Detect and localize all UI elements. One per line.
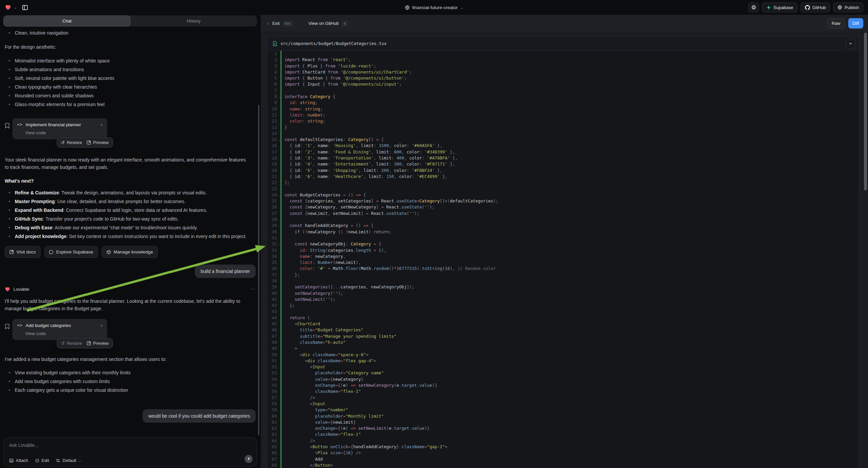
fold-chevron-icon[interactable]: ⌄ bbox=[279, 94, 280, 100]
diff-button[interactable]: Diff bbox=[848, 18, 863, 29]
docs-actions-row: Visit docs Explore Supabase Manage knowl… bbox=[5, 246, 256, 258]
project-switcher[interactable]: financial-future-creator ⌄ bbox=[405, 0, 463, 15]
whats-next-item: Debug with Ease: Activate our experiment… bbox=[5, 223, 254, 232]
sidebar-toggle-icon[interactable] bbox=[22, 4, 28, 11]
code-line: 67 Add bbox=[267, 456, 859, 462]
code-line: 22]; bbox=[267, 180, 859, 186]
preview-button[interactable]: Preview bbox=[87, 341, 108, 346]
code-icon: <> bbox=[17, 122, 23, 127]
code-line: 55 onChange={(e) => setNewCategory(e.tar… bbox=[267, 382, 859, 388]
code-scrollbar[interactable] bbox=[864, 33, 867, 191]
code-line: 51 <div className="flex gap-4"> bbox=[267, 358, 859, 364]
code-line: 12 color: string; bbox=[267, 118, 859, 124]
code-header: ‹ Exit ESC View on GitHub G Raw Diff bbox=[261, 15, 868, 32]
restore-icon: ↺ bbox=[61, 140, 65, 145]
version-card[interactable]: <> Add budget categories › View code ↺Re… bbox=[12, 319, 107, 340]
bullet-list: Clean, intuitive navigation bbox=[5, 29, 256, 37]
settings-button[interactable]: ⚙ bbox=[748, 2, 759, 12]
user-message: would be cool if you could add budget ca… bbox=[143, 409, 256, 423]
file-header[interactable]: src/components/budget/BudgetCategories.t… bbox=[267, 37, 859, 51]
github-label: GitHub bbox=[812, 5, 826, 10]
code-line: 27 const [newLimit, setNewLimit] = React… bbox=[267, 210, 859, 216]
fold-chevron-icon[interactable]: ⌄ bbox=[279, 137, 280, 143]
visit-docs-button[interactable]: Visit docs bbox=[5, 246, 40, 258]
view-on-github-link[interactable]: View on GitHub bbox=[308, 21, 339, 26]
gear-icon: ⚙ bbox=[751, 5, 756, 10]
whats-next-item: Expand with Backend: Connect Supabase to… bbox=[5, 206, 254, 214]
github-button[interactable]: GitHub bbox=[801, 2, 830, 12]
bullet-list: View existing budget categories with the… bbox=[5, 368, 256, 394]
code-line: 33 id: String(categories.length + 1), bbox=[267, 247, 859, 254]
code-line: 13} bbox=[267, 124, 859, 130]
whats-next-title: What's next? bbox=[5, 178, 256, 184]
chevron-up-icon bbox=[848, 41, 852, 46]
view-code-link[interactable]: View code bbox=[25, 130, 102, 135]
version-card[interactable]: <> Implement financial planner › View co… bbox=[12, 118, 107, 139]
code-line: 37 }; bbox=[267, 272, 859, 278]
publish-label: Publish bbox=[844, 5, 859, 10]
chat-composer[interactable]: Ask Lovable... Attach Edit Default ⌄ bbox=[3, 437, 257, 467]
bullet-item: Minimalist interface with plenty of whit… bbox=[5, 56, 256, 65]
version-title: Add budget categories bbox=[26, 323, 98, 328]
more-options-icon[interactable]: ⋯ bbox=[250, 286, 256, 292]
bookmark-icon[interactable] bbox=[5, 123, 10, 128]
code-line: 34 name: newCategory, bbox=[267, 254, 859, 260]
restore-button[interactable]: ↺Restore bbox=[61, 140, 82, 145]
code-line: 23 bbox=[267, 186, 859, 192]
top-bar: ⌄ financial-future-creator ⌄ ⚙ Supabase … bbox=[0, 0, 868, 15]
chat-scrollbar[interactable] bbox=[258, 105, 259, 435]
edit-button[interactable]: Edit bbox=[35, 458, 49, 463]
globe-icon bbox=[405, 5, 410, 10]
code-line: 45 <ChartCard bbox=[267, 321, 859, 327]
collapse-button[interactable] bbox=[845, 39, 856, 49]
publish-button[interactable]: Publish bbox=[833, 2, 863, 12]
code-body: src/components/budget/BudgetCategories.t… bbox=[261, 32, 868, 468]
exit-button[interactable]: Exit bbox=[273, 21, 280, 26]
version-actions: ↺Restore Preview bbox=[57, 338, 113, 349]
preview-button[interactable]: Preview bbox=[87, 140, 108, 145]
view-code-link[interactable]: View code bbox=[25, 331, 102, 336]
chevron-down-icon[interactable]: ⌄ bbox=[14, 6, 17, 9]
code-line: 66 <Plus size={16} /> bbox=[267, 450, 859, 456]
fold-chevron-icon[interactable]: ⌄ bbox=[279, 193, 280, 198]
raw-button[interactable]: Raw bbox=[827, 18, 845, 29]
code-line: 40 setNewCategory(''); bbox=[267, 290, 859, 296]
supabase-button[interactable]: Supabase bbox=[762, 2, 798, 12]
code-line: 11 limit: number; bbox=[267, 112, 859, 118]
composer-input[interactable]: Ask Lovable... bbox=[9, 442, 251, 448]
file-card: src/components/budget/BudgetCategories.t… bbox=[267, 36, 859, 468]
code-line: 65 <Button onClick={handleAddCategory} c… bbox=[267, 444, 859, 450]
code-line: 44 return ( bbox=[267, 315, 859, 321]
version-card-block: <> Add budget categories › View code ↺Re… bbox=[5, 319, 256, 348]
code-line: 41 setNewLimit(''); bbox=[267, 296, 859, 302]
code-icon: <> bbox=[17, 323, 23, 328]
tab-chat[interactable]: Chat bbox=[3, 16, 130, 27]
attach-button[interactable]: Attach bbox=[9, 458, 28, 463]
version-title: Implement financial planner bbox=[26, 122, 98, 127]
send-button[interactable] bbox=[245, 455, 253, 463]
explore-supabase-button[interactable]: Explore Supabase bbox=[44, 246, 98, 258]
lovable-logo-icon[interactable] bbox=[5, 4, 11, 11]
chevron-right-icon: › bbox=[101, 323, 102, 328]
fold-chevron-icon[interactable]: ⌄ bbox=[279, 223, 280, 229]
supabase-label: Supabase bbox=[773, 5, 793, 10]
lovable-heart-icon bbox=[5, 286, 10, 292]
bullet-item: Clean, intuitive navigation bbox=[5, 29, 256, 37]
code-editor[interactable]: 12import React from 'react';3import { Pl… bbox=[267, 51, 859, 468]
mode-selector[interactable]: Default ⌄ bbox=[56, 458, 81, 463]
code-line: 25 const [categories, setCategories] = R… bbox=[267, 198, 859, 204]
chat-bubble-icon bbox=[49, 250, 54, 255]
bookmark-icon[interactable] bbox=[5, 324, 10, 329]
assistant-text: I've added a new budget categories manag… bbox=[5, 355, 256, 363]
manage-knowledge-button[interactable]: Manage knowledge bbox=[102, 246, 158, 258]
code-line: 54 value={newCategory} bbox=[267, 376, 859, 382]
tab-history[interactable]: History bbox=[130, 16, 257, 27]
bullet-item: Clean typography with clear hierarchies bbox=[5, 83, 256, 91]
restore-button[interactable]: ↺Restore bbox=[61, 341, 82, 346]
fold-chevron-icon[interactable]: ⌄ bbox=[279, 241, 280, 247]
file-added-icon bbox=[273, 41, 277, 46]
code-line: 35 limit: Number(newLimit), bbox=[267, 260, 859, 266]
arrow-up-icon bbox=[247, 457, 251, 461]
user-message-row: would be cool if you could add budget ca… bbox=[5, 409, 256, 423]
code-line: 52 <Input bbox=[267, 364, 859, 370]
